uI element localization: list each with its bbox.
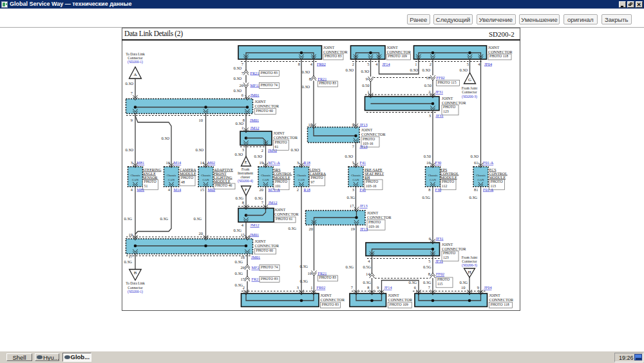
svg-text:CONNECTOR: CONNECTOR: [367, 215, 392, 219]
svg-text:14: 14: [200, 160, 205, 165]
svg-text:JF31: JF31: [436, 113, 444, 118]
svg-text:JOINT: JOINT: [361, 127, 372, 132]
svg-text:JM12: JM12: [268, 148, 277, 153]
svg-text:4: 4: [375, 62, 378, 66]
svg-text:PHOTO 83: PHOTO 83: [319, 81, 337, 85]
svg-text:G: G: [468, 77, 471, 82]
svg-text:CAN: CAN: [298, 178, 305, 182]
svg-text:JM01: JM01: [251, 93, 260, 97]
svg-text:JF13: JF13: [360, 203, 368, 208]
svg-text:JF13: JF13: [360, 144, 368, 149]
svg-text:0.3G: 0.3G: [124, 259, 132, 264]
svg-text:48: 48: [181, 180, 185, 184]
svg-text:M71-A: M71-A: [269, 187, 281, 192]
svg-text:0.3O: 0.3O: [234, 152, 243, 156]
svg-text:19: 19: [351, 227, 355, 231]
svg-text:0.3O: 0.3O: [410, 68, 418, 72]
svg-text:4: 4: [368, 259, 370, 263]
svg-text:FR21: FR21: [318, 271, 327, 275]
svg-text:0.3O: 0.3O: [301, 70, 310, 74]
svg-text:MF11: MF11: [251, 83, 260, 88]
svg-text:CAMERA: CAMERA: [310, 172, 327, 176]
svg-text:123: 123: [443, 109, 449, 113]
svg-text:CONNECTOR: CONNECTOR: [274, 135, 299, 140]
svg-text:0.3G: 0.3G: [124, 216, 132, 221]
svg-text:cluster: cluster: [241, 175, 251, 179]
svg-text:3: 3: [352, 187, 354, 192]
svg-text:PHOTO: PHOTO: [275, 180, 287, 183]
svg-text:(SD200-1): (SD200-1): [128, 60, 143, 64]
svg-text:7: 7: [131, 91, 133, 95]
svg-text:Connector: Connector: [128, 56, 142, 60]
svg-text:CONNECTOR: CONNECTOR: [488, 50, 513, 54]
svg-text:PHOTO 115: PHOTO 115: [438, 80, 457, 84]
svg-text:R18: R18: [304, 160, 310, 165]
svg-text:MODULE: MODULE: [489, 176, 506, 180]
svg-text:PHOTO: PHOTO: [311, 176, 323, 180]
svg-text:19: 19: [129, 232, 133, 237]
svg-text:0.3O: 0.3O: [125, 147, 133, 152]
svg-text:97: 97: [311, 180, 315, 184]
svg-text:0.3G: 0.3G: [288, 226, 296, 230]
svg-text:JM12: JM12: [251, 223, 260, 227]
svg-text:MODULE: MODULE: [214, 180, 231, 183]
svg-text:61: 61: [474, 160, 478, 165]
svg-text:F41: F41: [360, 187, 366, 192]
svg-text:CAN: CAN: [477, 178, 484, 182]
svg-text:CAN: CAN: [168, 178, 175, 182]
svg-text:8: 8: [428, 272, 430, 276]
svg-text:4: 4: [310, 62, 313, 66]
svg-text:CAN: CAN: [132, 178, 139, 182]
svg-text:CONNECTOR: CONNECTOR: [274, 212, 299, 216]
svg-text:0.3G: 0.3G: [363, 280, 371, 284]
svg-text:CONNECTOR: CONNECTOR: [255, 243, 280, 248]
svg-text:20: 20: [260, 187, 263, 192]
svg-text:CONNECTOR: CONNECTOR: [361, 132, 386, 136]
svg-text:JOINT: JOINT: [488, 45, 499, 50]
svg-text:51: 51: [144, 184, 148, 188]
svg-text:103-16: 103-16: [366, 184, 377, 188]
svg-text:H: H: [468, 270, 471, 275]
svg-text:2: 2: [428, 89, 430, 94]
svg-text:FR21: FR21: [251, 71, 260, 75]
svg-text:4: 4: [478, 62, 480, 66]
svg-text:10: 10: [461, 285, 465, 290]
svg-text:JM01: JM01: [250, 232, 259, 237]
svg-text:CAN: CAN: [262, 178, 269, 182]
svg-text:FR02: FR02: [317, 285, 326, 290]
svg-text:81: 81: [474, 187, 478, 192]
svg-text:F41: F41: [360, 160, 366, 165]
svg-text:8: 8: [242, 200, 244, 205]
svg-text:17: 17: [129, 254, 133, 259]
svg-text:Chassis: Chassis: [351, 174, 361, 177]
svg-text:Chassis: Chassis: [297, 174, 307, 177]
svg-text:0.5G: 0.5G: [422, 195, 430, 200]
svg-text:0.3G: 0.3G: [469, 195, 477, 200]
svg-text:PHOTO 109: PHOTO 109: [388, 54, 407, 58]
svg-text:8: 8: [298, 62, 300, 66]
svg-text:CAN: CAN: [202, 178, 209, 182]
svg-text:JF31: JF31: [435, 89, 443, 94]
svg-text:12: 12: [426, 75, 430, 80]
svg-text:PHOTO: PHOTO: [491, 180, 503, 183]
svg-text:2: 2: [297, 187, 299, 192]
svg-text:0.3O: 0.3O: [254, 154, 262, 158]
svg-text:20: 20: [309, 227, 313, 231]
svg-text:JOINT: JOINT: [255, 99, 266, 104]
svg-text:FR21: FR21: [252, 277, 261, 281]
svg-text:RH: RH: [365, 176, 370, 180]
svg-text:1: 1: [242, 126, 243, 130]
svg-text:JOINT: JOINT: [274, 207, 285, 212]
svg-text:PHOTO 60: PHOTO 60: [256, 248, 274, 252]
svg-text:JF31: JF31: [436, 236, 444, 241]
svg-text:PHOTO 60: PHOTO 60: [256, 109, 274, 113]
svg-text:PHOTO 74: PHOTO 74: [261, 83, 278, 87]
svg-text:9: 9: [131, 118, 133, 122]
svg-text:0.3G: 0.3G: [234, 283, 243, 287]
svg-text:JOINT: JOINT: [442, 242, 453, 247]
svg-text:PHOTO 83: PHOTO 83: [261, 277, 278, 281]
svg-text:7: 7: [351, 285, 354, 290]
svg-text:F: F: [245, 187, 247, 192]
svg-text:JOINT: JOINT: [387, 45, 398, 50]
svg-text:Chassis: Chassis: [476, 174, 486, 177]
